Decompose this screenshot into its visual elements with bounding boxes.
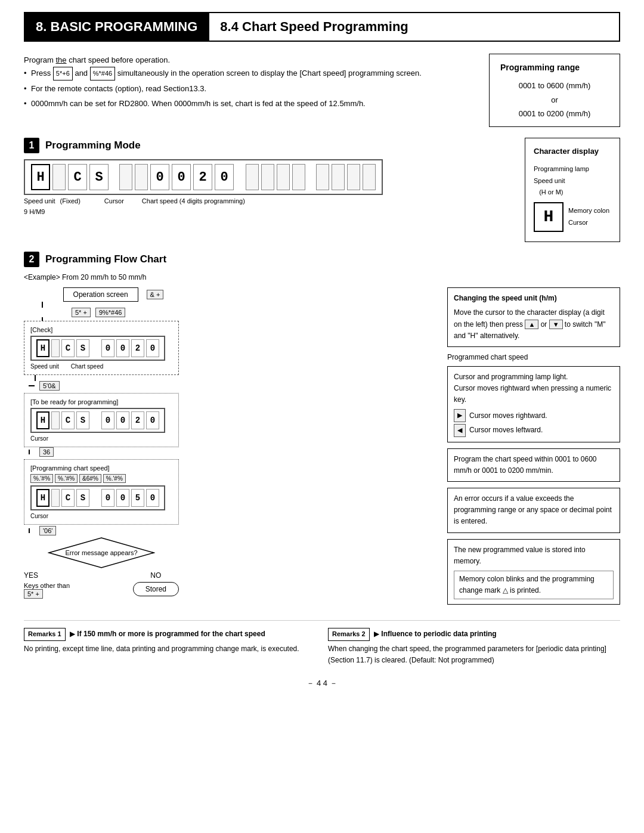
lcd-char-0c: 0 [215, 164, 234, 190]
remark2-text: When changing the chart speed, the progr… [328, 643, 620, 666]
char-cursor-label: Cursor [568, 217, 609, 229]
intro-bullet-1: Press 5*+6 and %*#46 simultaneously in t… [24, 67, 477, 80]
fc-ready-row [35, 375, 36, 381]
section1-container: 1 Programming Mode H C S 0 0 [24, 138, 620, 242]
remark1-box: Remarks 1 ▶ If 150 mm/h or more is progr… [24, 628, 316, 666]
cursor-bullet1: Cursor and programming lamp light. [454, 371, 614, 383]
lcd-char-s3 [135, 164, 148, 190]
btn-right[interactable]: ▶ [454, 409, 466, 422]
label-cursor: Cursor [104, 197, 124, 205]
programming-range-box: Programming range 0001 to 0600 (mm/h) or… [489, 54, 620, 127]
label-chart-speed: Chart speed (4 digits programming) [142, 197, 245, 205]
flowchart-content: Operation screen & + 5* + 9%*#46 [24, 287, 435, 599]
cursor-left-row: ◀ Cursor moves leftward. [454, 424, 614, 437]
fc-opscreen-box: Operation screen [63, 287, 138, 302]
key-5plus6[interactable]: 5*+6 [53, 67, 73, 80]
fc-lcd1-C: C [61, 339, 75, 357]
fc-lcd2-sp [51, 411, 60, 429]
char-hor-m: (H or M) [534, 187, 611, 199]
lcd-display-main: H C S 0 0 2 0 [24, 159, 383, 195]
fc-vline5 [29, 528, 30, 533]
label-speed-unit: Speed unit [24, 197, 55, 205]
lcd-char-b1 [246, 164, 259, 190]
section2-block: 2 Programming Flow Chart <Example> From … [24, 252, 620, 611]
key-36-btn[interactable]: 36 [39, 447, 54, 457]
char-h-display: H [534, 202, 564, 232]
page-header: 8. BASIC PROGRAMMING 8.4 Chart Speed Pro… [24, 12, 620, 42]
flowchart-area: Operation screen & + 5* + 9%*#46 [24, 287, 435, 611]
key-prog-a[interactable]: %.'#% [30, 474, 53, 483]
key-prog-c[interactable]: &6#% [79, 474, 101, 483]
fc-opscreen-row: Operation screen & + [39, 287, 164, 302]
fc-hline1 [29, 385, 35, 386]
fc-lcd1-0c: 0 [146, 339, 159, 357]
remark2-arrow: ▶ [374, 630, 379, 638]
fc-check-label: [Check] [30, 326, 172, 333]
fc-dotted-prog: [Programming chart speed] %.'#% %.'#% &6… [24, 459, 179, 525]
fc-yes-label: YES [24, 571, 38, 580]
fc-lcd1-labels: Speed unit Chart speed [30, 363, 172, 370]
fc-no-branch: NO Stored [133, 571, 179, 596]
fc-lcd1-2: 2 [131, 339, 144, 357]
key-prog-d[interactable]: %.'#% [103, 474, 126, 483]
char-speed-unit: Speed unit [534, 175, 611, 187]
key-06-btn[interactable]: '06' [39, 526, 56, 535]
lcd-char-b7 [347, 164, 360, 190]
prog-chart-speed-label: Programmed chart speed [447, 353, 620, 361]
fc-lcd1-0b: 0 [116, 339, 129, 357]
lcd-char-S: S [89, 164, 109, 190]
key-50amp-btn[interactable]: 5'0& [39, 381, 60, 391]
btn-left[interactable]: ◀ [454, 424, 466, 437]
remark1-label: Remarks 1 [24, 628, 66, 641]
callout-stored: The new programmed value is stored into … [447, 539, 620, 605]
memory-note: Memory colon blinks and the programming … [454, 571, 614, 599]
fc-key36-row: 36 [29, 447, 54, 457]
intro-bullet-2: For the remote contacts (option), read S… [24, 82, 477, 95]
fc-lcd3-H: H [36, 489, 49, 507]
prog-range-line2: or [500, 93, 609, 107]
key-5star-btn[interactable]: 5* + [72, 308, 91, 317]
lcd-char-H: H [31, 164, 50, 190]
intro-bullet-3: 0000mm/h can be set for RD2800. When 000… [24, 97, 477, 110]
section1-label: Programming Mode [45, 140, 141, 151]
fc-dotted-ready: [To be ready for programming] H C S 0 0 [24, 393, 179, 447]
callout-cursor: Cursor and programming lamp light. Curso… [447, 366, 620, 442]
fc-lcd2-C: C [61, 411, 75, 429]
char-display-labels: Programming lamp Speed unit (H or M) H M… [534, 163, 611, 232]
key-ampersand-btn[interactable]: & + [147, 290, 164, 299]
fc-lcd2-0a: 0 [101, 411, 114, 429]
header-title: 8.4 Chart Speed Programming [208, 13, 419, 41]
fc-lcd3-5: 5 [131, 489, 144, 507]
callout-prog-range: Program the chart speed within 0001 to 0… [447, 448, 620, 482]
btn-up[interactable]: ▲ [525, 320, 538, 329]
callout-speed-unit-text: Move the cursor to the character display… [454, 307, 614, 342]
remark2-title: Influence to periodic data printing [381, 630, 496, 638]
footer-text: － 4 4 － [306, 679, 337, 688]
key-prog-b[interactable]: %.'#% [55, 474, 78, 483]
fc-diamond-row: Error message appears? [48, 537, 155, 569]
btn-down[interactable]: ▼ [549, 320, 563, 329]
fc-diamond-shape: Error message appears? [48, 537, 155, 569]
cursor-right-label: Cursor moves rightward. [469, 410, 547, 422]
fc-lcd3: H C S 0 0 5 0 [30, 485, 165, 510]
fc-keys-prog-row: %.'#% %.'#% &6#% %.'#% [30, 474, 172, 483]
fc-lcd1-sp [51, 339, 60, 357]
prog-range-title: Programming range [500, 60, 609, 75]
fc-lcd1-0a: 0 [101, 339, 114, 357]
fc-lcd1-chart-label: Chart speed [71, 363, 103, 370]
lcd-char-s2 [119, 164, 132, 190]
fc-no-label: NO [150, 571, 161, 580]
prog-range-line1: 0001 to 0600 (mm/h) [500, 79, 609, 92]
fc-lcd2-0b: 0 [116, 411, 129, 429]
remarks-section: Remarks 1 ▶ If 150 mm/h or more is progr… [24, 620, 620, 666]
char-display-box: Character display Programming lamp Speed… [525, 138, 620, 242]
key-percent[interactable]: %*#46 [90, 67, 115, 80]
fc-stored-box: Stored [133, 582, 179, 596]
char-display-title: Character display [534, 144, 611, 158]
key-other-btn[interactable]: 5* + [24, 589, 43, 599]
prog-range-line3: 0001 to 0200 (mm/h) [500, 107, 609, 120]
fc-lcd3-S: S [76, 489, 89, 507]
cursor-left-label: Cursor moves leftward. [469, 425, 543, 436]
key-9pct-btn[interactable]: 9%*#46 [95, 308, 126, 317]
lcd-char-0a: 0 [150, 164, 169, 190]
